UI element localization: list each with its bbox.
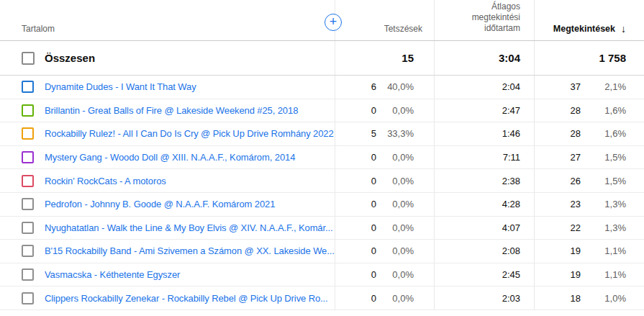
views-cell: 23 1,3% bbox=[534, 193, 644, 216]
likes-cell: 0 0,0% bbox=[335, 169, 434, 192]
avg-view-duration-value: 7:11 bbox=[503, 152, 520, 163]
table-row[interactable]: Rockin' RockCats - A motoros 0 0,0% 2:38… bbox=[0, 169, 644, 193]
video-title-link[interactable]: B'15 Rockabilly Band - Ami Szivemen a Sz… bbox=[45, 245, 335, 256]
row-checkbox[interactable] bbox=[22, 81, 34, 93]
views-value: 23 bbox=[571, 199, 581, 209]
totals-avg-view-duration-value: 3:04 bbox=[434, 41, 534, 75]
totals-row: Összesen 15 3:04 1 758 bbox=[0, 41, 644, 76]
video-title-link[interactable]: Rockin' RockCats - A motoros bbox=[45, 176, 171, 186]
likes-percent: 0,0% bbox=[376, 293, 414, 304]
views-cell: 22 1,3% bbox=[534, 217, 644, 240]
likes-cell: 0 0,0% bbox=[335, 286, 434, 310]
likes-percent: 0,0% bbox=[376, 152, 414, 163]
views-cell: 19 1,1% bbox=[534, 263, 644, 286]
table-row[interactable]: Mystery Gang - Woodo Doll @ XIII. N.A.A.… bbox=[0, 146, 644, 170]
plus-icon: + bbox=[330, 15, 337, 28]
content-cell: Pedrofon - Johnny B. Goode @ N.A.A.F. Ko… bbox=[0, 193, 335, 216]
add-metric-button[interactable]: + bbox=[325, 14, 342, 31]
video-title-link[interactable]: Dynamite Dudes - I Want It That Way bbox=[45, 81, 201, 92]
views-value: 27 bbox=[571, 152, 581, 163]
row-checkbox[interactable] bbox=[22, 292, 34, 304]
likes-cell: 0 0,0% bbox=[335, 263, 434, 286]
content-cell: Clippers Rockabilly Zenekar - Rockabilly… bbox=[0, 286, 335, 310]
views-value: 19 bbox=[571, 269, 581, 280]
table-row[interactable]: Nyughatatlan - Walk the Line & My Boy El… bbox=[0, 217, 644, 240]
likes-value: 5 bbox=[371, 128, 376, 139]
select-all-checkbox[interactable] bbox=[22, 52, 35, 65]
table-row[interactable]: Rockabilly Rulez! - All I Can Do Is Cry … bbox=[0, 122, 644, 146]
avg-view-duration-cell: 4:28 bbox=[434, 193, 534, 216]
video-title-link[interactable]: Mystery Gang - Woodo Doll @ XIII. N.A.A.… bbox=[45, 152, 299, 163]
totals-views-value: 1 758 bbox=[534, 41, 644, 75]
analytics-content-table: Tartalom Tetszések Átlagos megtekintési … bbox=[0, 0, 644, 316]
likes-value: 6 bbox=[371, 81, 376, 92]
avg-view-duration-column-label: Átlagos megtekintési időtartam bbox=[453, 1, 520, 34]
views-percent: 1,3% bbox=[581, 222, 626, 233]
column-header-views[interactable]: Megtekintések ↓ bbox=[534, 0, 644, 40]
column-header-content[interactable]: Tartalom bbox=[0, 0, 335, 40]
views-value: 19 bbox=[571, 245, 581, 256]
likes-cell: 6 40,0% bbox=[335, 76, 434, 99]
video-title-link[interactable]: Clippers Rockabilly Zenekar - Rockabilly… bbox=[45, 293, 332, 304]
views-cell: 18 1,0% bbox=[534, 286, 644, 310]
content-cell: Vasmacska - Kéthetente Egyszer bbox=[0, 263, 335, 286]
likes-cell: 0 0,0% bbox=[335, 240, 434, 263]
views-cell: 19 1,1% bbox=[534, 240, 644, 263]
video-title-link[interactable]: Vasmacska - Kéthetente Egyszer bbox=[45, 269, 184, 280]
video-title-link[interactable]: Pedrofon - Johnny B. Goode @ N.A.A.F. Ko… bbox=[45, 199, 279, 209]
table-row[interactable]: Clippers Rockabilly Zenekar - Rockabilly… bbox=[0, 286, 644, 310]
likes-percent: 0,0% bbox=[376, 176, 414, 186]
table-row[interactable]: Dynamite Dudes - I Want It That Way 6 40… bbox=[0, 76, 644, 99]
views-percent: 1,3% bbox=[581, 199, 626, 209]
views-percent: 2,1% bbox=[581, 81, 626, 92]
video-title-link[interactable]: Nyughatatlan - Walk the Line & My Boy El… bbox=[45, 222, 335, 233]
table-row[interactable]: Vasmacska - Kéthetente Egyszer 0 0,0% 2:… bbox=[0, 263, 644, 287]
content-cell: Dynamite Dudes - I Want It That Way bbox=[0, 76, 335, 99]
views-value: 28 bbox=[571, 105, 581, 116]
avg-view-duration-value: 2:08 bbox=[502, 245, 520, 256]
likes-column-label: Tetszések bbox=[384, 24, 422, 34]
totals-label: Összesen bbox=[45, 52, 95, 64]
row-checkbox[interactable] bbox=[22, 104, 34, 117]
views-cell: 28 1,6% bbox=[534, 122, 644, 145]
video-title-link[interactable]: Brillantin - Great Balls of Fire @ Lakes… bbox=[45, 105, 302, 116]
row-checkbox[interactable] bbox=[22, 268, 34, 281]
views-percent: 1,5% bbox=[581, 176, 626, 186]
row-checkbox[interactable] bbox=[22, 175, 34, 187]
views-cell: 27 1,5% bbox=[534, 146, 644, 169]
content-cell: Rockabilly Rulez! - All I Can Do Is Cry … bbox=[0, 122, 335, 145]
avg-view-duration-cell: 2:08 bbox=[434, 240, 534, 263]
likes-percent: 0,0% bbox=[376, 105, 414, 116]
row-checkbox[interactable] bbox=[22, 222, 34, 234]
likes-percent: 0,0% bbox=[376, 269, 414, 280]
views-cell: 37 2,1% bbox=[534, 76, 644, 99]
table-row[interactable]: Brillantin - Great Balls of Fire @ Lakes… bbox=[0, 99, 644, 123]
avg-view-duration-value: 2:47 bbox=[502, 105, 520, 116]
likes-value: 0 bbox=[371, 245, 376, 256]
likes-value: 0 bbox=[371, 222, 376, 233]
row-checkbox[interactable] bbox=[22, 198, 34, 210]
column-header-avg-view-duration[interactable]: Átlagos megtekintési időtartam bbox=[434, 0, 534, 40]
views-value: 28 bbox=[571, 128, 581, 139]
table-row[interactable]: B'15 Rockabilly Band - Ami Szivemen a Sz… bbox=[0, 240, 644, 263]
views-value: 26 bbox=[571, 176, 581, 186]
views-cell: 26 1,5% bbox=[534, 169, 644, 192]
row-checkbox[interactable] bbox=[22, 127, 34, 140]
views-percent: 1,1% bbox=[581, 245, 626, 256]
content-cell: Nyughatatlan - Walk the Line & My Boy El… bbox=[0, 217, 335, 240]
likes-value: 0 bbox=[371, 105, 376, 116]
column-header-likes[interactable]: Tetszések bbox=[335, 0, 434, 40]
likes-percent: 40,0% bbox=[376, 81, 414, 92]
row-checkbox[interactable] bbox=[22, 151, 34, 163]
likes-percent: 0,0% bbox=[376, 199, 414, 209]
likes-percent: 0,0% bbox=[376, 245, 414, 256]
avg-view-duration-cell: 2:03 bbox=[434, 286, 534, 310]
video-title-link[interactable]: Rockabilly Rulez! - All I Can Do Is Cry … bbox=[45, 128, 335, 139]
table-header: Tartalom Tetszések Átlagos megtekintési … bbox=[0, 0, 644, 41]
likes-value: 0 bbox=[371, 152, 376, 163]
table-row[interactable]: Pedrofon - Johnny B. Goode @ N.A.A.F. Ko… bbox=[0, 193, 644, 217]
avg-view-duration-cell: 2:45 bbox=[434, 263, 534, 286]
likes-cell: 5 33,3% bbox=[335, 122, 434, 145]
content-column-label: Tartalom bbox=[22, 24, 55, 34]
row-checkbox[interactable] bbox=[22, 245, 34, 257]
